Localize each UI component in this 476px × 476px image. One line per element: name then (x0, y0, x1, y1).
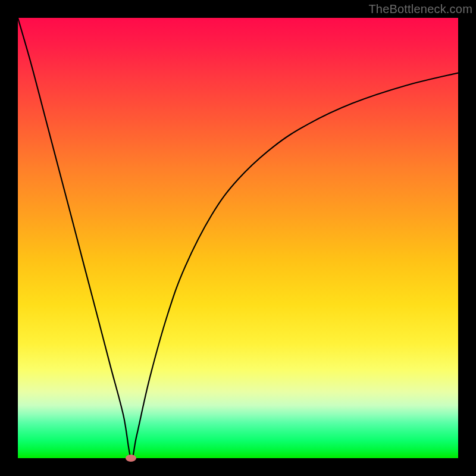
watermark-text: TheBottleneck.com (368, 2, 472, 16)
plot-area (18, 18, 458, 458)
minimum-marker (126, 455, 136, 462)
chart-frame: TheBottleneck.com (0, 0, 476, 476)
bottleneck-curve (18, 18, 458, 458)
